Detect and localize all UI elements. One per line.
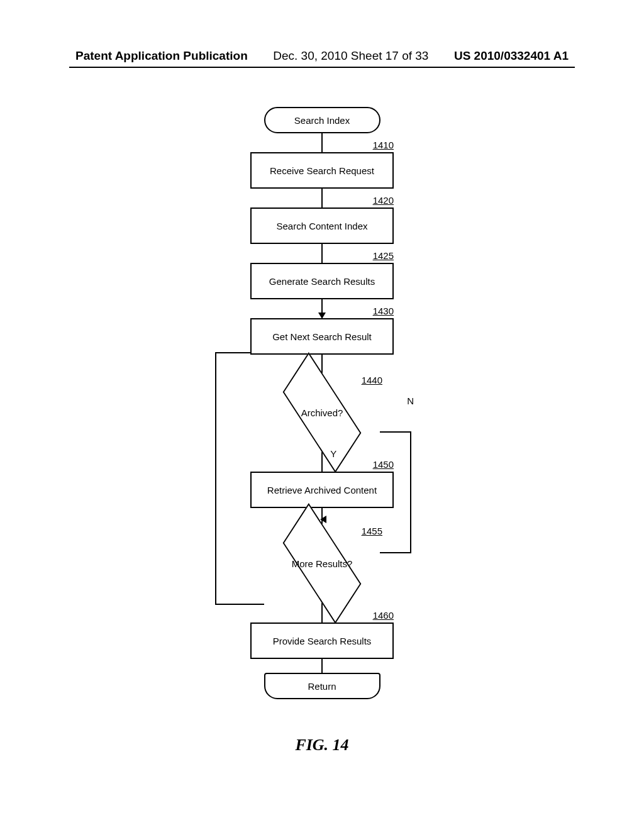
header-right: US 2010/0332401 A1 (454, 49, 569, 63)
header-mid: Dec. 30, 2010 Sheet 17 of 33 (273, 49, 428, 63)
connector (321, 659, 323, 673)
ref-1425: 1425 (373, 250, 394, 261)
decision-label: Archived? (250, 407, 394, 418)
process-search-index: 1420 Search Content Index (250, 208, 394, 244)
figure-caption: FIG. 14 (0, 736, 644, 755)
process-label: Search Content Index (276, 221, 367, 231)
process-get-next: 1430 Get Next Search Result (250, 318, 394, 355)
loopback-top-horiz (215, 352, 250, 353)
branch-no: N (407, 395, 414, 406)
flow-column: Search Index 1410 Receive Search Request… (240, 107, 404, 699)
ref-1410: 1410 (373, 140, 394, 150)
process-label: Provide Search Results (273, 636, 372, 646)
bypass-no-top (380, 431, 411, 433)
ref-1455: 1455 (362, 526, 382, 536)
terminator-start: Search Index (264, 107, 380, 133)
connector (321, 189, 323, 208)
process-label: Generate Search Results (269, 276, 375, 287)
end-label: Return (308, 681, 336, 692)
header-rule (69, 67, 575, 68)
process-label: Get Next Search Result (272, 331, 372, 342)
connector (321, 133, 323, 152)
process-label: Retrieve Archived Content (267, 485, 377, 495)
decision-archived: 1440 Archived? Y N (250, 380, 394, 445)
arrowhead-down-icon (318, 313, 326, 319)
header-left: Patent Application Publication (75, 49, 248, 63)
process-generate-results: 1425 Generate Search Results (250, 263, 394, 299)
process-provide-results: 1460 Provide Search Results (250, 622, 394, 659)
process-retrieve-archived: 1450 Retrieve Archived Content (250, 472, 394, 508)
ref-1420: 1420 (373, 195, 394, 206)
flowchart: Search Index 1410 Receive Search Request… (0, 107, 644, 699)
figure-caption-text: FIG. 14 (295, 736, 348, 754)
loopback-left-vert (215, 352, 216, 604)
page-header: Patent Application Publication Dec. 30, … (0, 49, 644, 68)
ref-1430: 1430 (373, 306, 394, 316)
process-label: Receive Search Request (270, 165, 374, 176)
start-label: Search Index (294, 115, 350, 126)
bypass-no-line (380, 431, 411, 553)
decision-more-results: 1455 More Results? (250, 531, 394, 596)
branch-yes: Y (330, 448, 336, 459)
ref-1460: 1460 (373, 610, 394, 621)
connector (321, 244, 323, 263)
process-receive-request: 1410 Receive Search Request (250, 152, 394, 189)
ref-1440: 1440 (362, 375, 382, 385)
loopback-bottom-horiz (215, 604, 264, 605)
terminator-end: Return (264, 673, 380, 699)
page: Patent Application Publication Dec. 30, … (0, 0, 644, 830)
header-row: Patent Application Publication Dec. 30, … (0, 49, 644, 67)
decision-label: More Results? (250, 558, 394, 569)
